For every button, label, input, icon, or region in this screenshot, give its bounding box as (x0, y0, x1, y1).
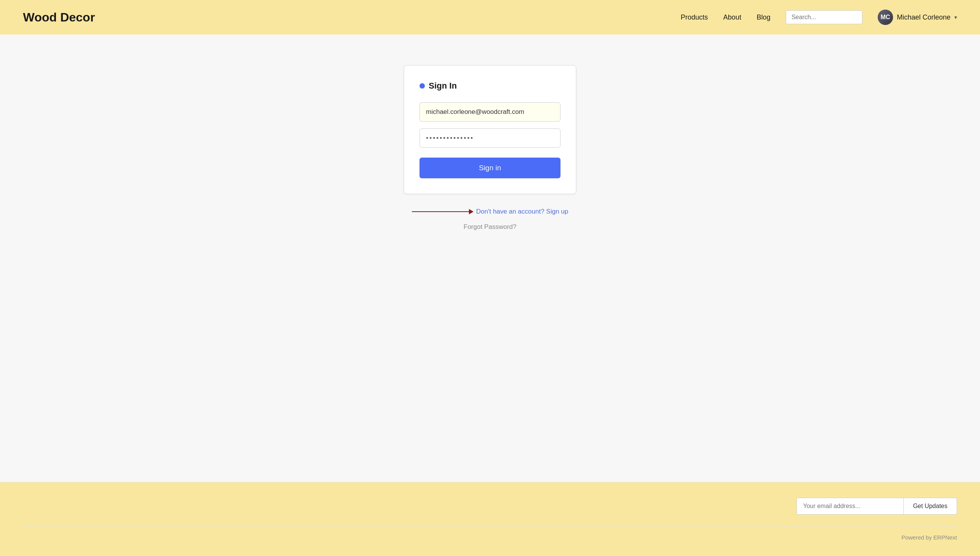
nav-blog[interactable]: Blog (757, 13, 770, 21)
signup-link[interactable]: Don't have an account? Sign up (476, 208, 568, 215)
footer-email-input[interactable] (796, 498, 904, 515)
footer: Get Updates Powered by ERPNext (0, 482, 980, 556)
email-input[interactable] (420, 102, 560, 122)
signin-button[interactable]: Sign in (420, 158, 560, 178)
nav-products[interactable]: Products (681, 13, 708, 21)
footer-bottom: Powered by ERPNext (23, 526, 957, 541)
forgot-password-link[interactable]: Forgot Password? (464, 223, 516, 231)
user-name: Michael Corleone (897, 13, 951, 21)
powered-by: Powered by ERPNext (901, 534, 957, 541)
blue-dot-icon (420, 83, 425, 89)
user-menu[interactable]: MC Michael Corleone ▾ (878, 10, 957, 25)
card-title: Sign In (429, 81, 457, 91)
password-field (420, 128, 560, 148)
signin-card: Sign In Sign in (404, 65, 576, 194)
signup-row: Don't have an account? Sign up (412, 208, 568, 215)
nav-right: Products About Blog MC Michael Corleone … (681, 10, 957, 25)
avatar: MC (878, 10, 893, 25)
search-input[interactable] (786, 10, 862, 24)
main-nav: Products About Blog (681, 13, 770, 21)
password-input[interactable] (420, 128, 560, 148)
card-title-row: Sign In (420, 81, 560, 91)
get-updates-button[interactable]: Get Updates (904, 498, 957, 515)
avatar-image: MC (878, 10, 893, 25)
main-content: Sign In Sign in Don't have an account? S… (0, 35, 980, 482)
logo[interactable]: Wood Decor (23, 10, 95, 25)
arrow-icon (412, 211, 473, 212)
email-field (420, 102, 560, 122)
arrow-container (412, 211, 473, 212)
below-card: Don't have an account? Sign up Forgot Pa… (412, 208, 568, 231)
header: Wood Decor Products About Blog MC Michae… (0, 0, 980, 35)
nav-about[interactable]: About (723, 13, 741, 21)
chevron-down-icon: ▾ (954, 14, 957, 20)
footer-top: Get Updates (23, 498, 957, 515)
